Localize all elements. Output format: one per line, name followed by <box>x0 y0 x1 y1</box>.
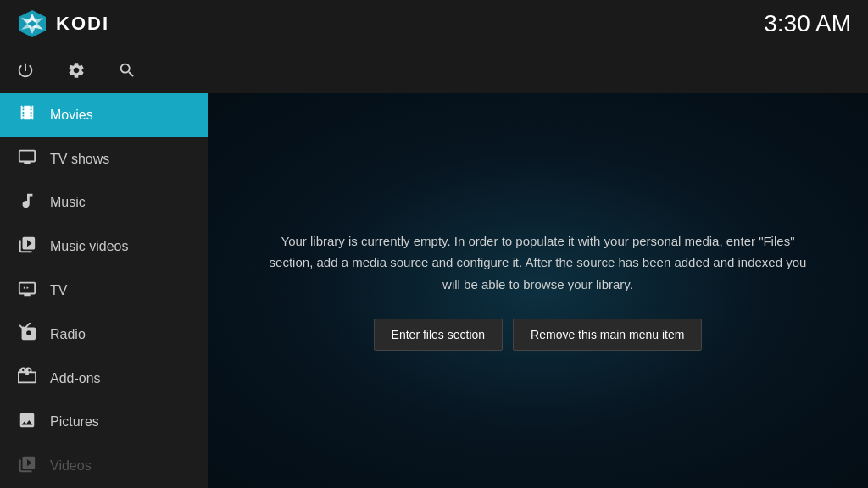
music-label: Music <box>50 195 86 210</box>
radio-icon <box>17 323 37 346</box>
kodi-logo-icon <box>17 8 47 39</box>
sidebar-item-tv[interactable]: TV <box>0 269 208 313</box>
sidebar-item-addons[interactable]: Add-ons <box>0 357 208 401</box>
logo-area: KODI <box>17 8 109 39</box>
music-icon <box>17 191 37 214</box>
search-button[interactable] <box>110 53 144 87</box>
clock: 3:30 AM <box>764 10 851 37</box>
pictures-label: Pictures <box>50 414 99 430</box>
tv-icon <box>17 280 37 302</box>
videos-icon <box>17 455 37 478</box>
sidebar-item-musicvideos[interactable]: Music videos <box>0 225 208 269</box>
header: KODI 3:30 AM <box>0 0 868 47</box>
sidebar-item-pictures[interactable]: Pictures <box>0 400 208 444</box>
power-button[interactable] <box>8 53 42 87</box>
tvshows-icon <box>17 147 37 170</box>
movies-label: Movies <box>50 108 93 123</box>
addons-label: Add-ons <box>50 371 101 386</box>
empty-message: Your library is currently empty. In orde… <box>267 230 810 296</box>
sidebar: Movies TV shows Music Music videos TV <box>0 93 208 488</box>
main-layout: Movies TV shows Music Music videos TV <box>0 93 868 488</box>
tv-label: TV <box>50 283 67 298</box>
settings-button[interactable] <box>59 53 93 87</box>
musicvideos-label: Music videos <box>50 239 128 254</box>
app-title: KODI <box>56 13 109 35</box>
radio-label: Radio <box>50 327 86 342</box>
action-buttons: Enter files section Remove this main men… <box>267 319 810 351</box>
remove-menu-item-button[interactable]: Remove this main menu item <box>513 319 702 351</box>
pictures-icon <box>17 411 37 434</box>
sidebar-item-movies[interactable]: Movies <box>0 93 208 137</box>
tvshows-label: TV shows <box>50 152 109 167</box>
musicvideos-icon <box>17 236 37 258</box>
movies-icon <box>17 103 37 126</box>
videos-label: Videos <box>50 458 92 474</box>
content-area: Your library is currently empty. In orde… <box>208 93 868 488</box>
sidebar-item-radio[interactable]: Radio <box>0 313 208 357</box>
empty-state: Your library is currently empty. In orde… <box>233 230 843 352</box>
sidebar-item-music[interactable]: Music <box>0 181 208 225</box>
addons-icon <box>17 367 37 390</box>
toolbar <box>0 47 868 93</box>
sidebar-item-tvshows[interactable]: TV shows <box>0 137 208 181</box>
enter-files-button[interactable]: Enter files section <box>374 319 504 351</box>
sidebar-item-videos[interactable]: Videos <box>0 444 208 488</box>
